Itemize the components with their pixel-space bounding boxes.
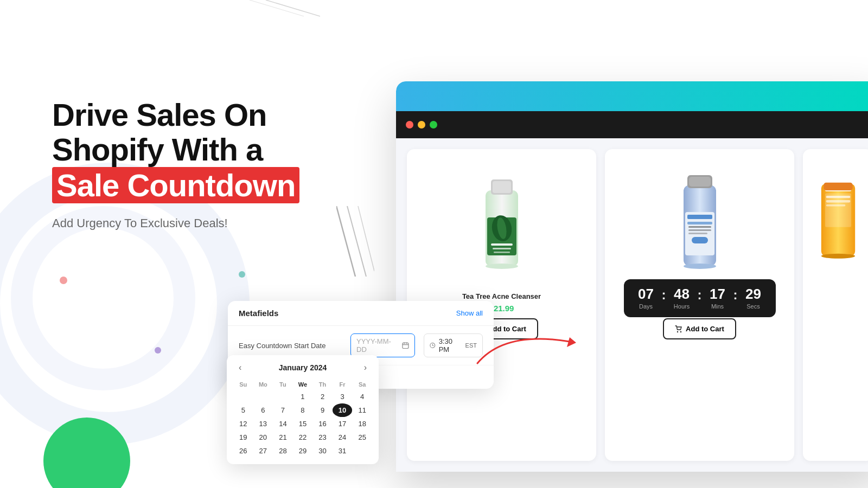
date-placeholder-text: YYYY-MM-DD [356,337,398,354]
cal-day-12[interactable]: 12 [233,417,253,431]
weekday-mo: Mo [253,379,273,390]
svg-rect-23 [687,215,712,219]
cal-day-empty [233,390,253,403]
weekday-fr: Fr [333,379,353,390]
countdown-hours: 48 Hours [671,287,693,310]
svg-rect-8 [493,181,511,193]
top-lines-decoration [233,0,320,33]
calendar-icon [402,342,409,349]
hero-section: Drive Sales On Shopify With a Sale Count… [52,98,361,230]
cal-day-23[interactable]: 23 [312,431,333,444]
cal-day-3[interactable]: 3 [333,390,353,403]
product-name-1: Tea Tree Acne Cleanser [462,292,541,300]
svg-line-1 [250,0,304,16]
svg-rect-36 [826,200,851,202]
svg-rect-21 [689,177,711,187]
add-to-cart-label-2: Add to Cart [686,325,724,333]
cal-day-18[interactable]: 18 [352,417,372,431]
svg-point-29 [684,264,716,269]
product-image-facial [665,163,735,282]
cal-day-6[interactable]: 6 [253,403,273,417]
cal-day-30[interactable]: 30 [312,444,333,458]
cal-day-28[interactable]: 28 [273,444,293,458]
product-img-area-1 [416,158,588,288]
weekday-we: We [293,379,313,390]
hero-subtitle: Add Urgency To Exclusive Deals! [52,216,361,230]
browser-mockup: Tea Tree Acne Cleanser $21.99 Add to Car… [396,81,868,472]
svg-rect-38 [824,183,852,190]
product-img-area-3 [812,158,865,277]
countdown-mins-value: 17 [710,287,725,301]
cal-day-16[interactable]: 16 [312,417,333,431]
countdown-secs: 29 Secs [742,287,765,310]
svg-point-39 [821,254,855,259]
svg-rect-34 [825,193,851,227]
hero-title: Drive Sales On Shopify With a Sale Count… [52,98,361,203]
countdown-hours-value: 48 [674,287,690,301]
countdown-days: 07 Days [635,287,658,310]
cal-day-2[interactable]: 2 [312,390,333,403]
cal-day-20[interactable]: 20 [253,431,273,444]
clock-icon [430,342,436,349]
countdown-hours-label: Hours [674,303,690,310]
timezone-text: EST [465,342,477,349]
svg-rect-35 [826,196,851,198]
svg-rect-37 [826,204,846,207]
cal-day-14[interactable]: 14 [273,417,293,431]
countdown-colon-2: : [698,287,702,303]
countdown-mins: 17 Mins [706,287,729,310]
cal-day-10-today[interactable]: 10 [333,403,353,417]
metafields-date-input[interactable]: YYYY-MM-DD [350,333,415,357]
cal-day-24[interactable]: 24 [333,431,353,444]
cal-day-25[interactable]: 25 [352,431,372,444]
browser-dot-red [406,121,413,129]
svg-rect-24 [687,222,712,224]
svg-rect-13 [493,248,511,249]
svg-rect-25 [688,226,711,228]
cal-day-17[interactable]: 17 [333,417,353,431]
bg-circle-inner [11,206,195,390]
calendar-month-title: January 2024 [279,363,327,372]
bg-dot-purple [155,347,161,354]
hero-line1: Drive Sales On [52,97,266,132]
browser-dot-green [430,121,437,129]
calendar-prev-btn[interactable]: ‹ [235,362,245,374]
cal-day-7[interactable]: 7 [273,403,293,417]
add-to-cart-btn-2[interactable]: Add to Cart [663,318,736,339]
calendar-next-btn[interactable]: › [361,362,370,374]
product-card-3-partial [803,149,868,461]
product-image-sunscreen [812,163,865,272]
cal-day-9[interactable]: 9 [312,403,333,417]
cal-day-13[interactable]: 13 [253,417,273,431]
countdown-colon-3: : [733,287,738,303]
countdown-secs-value: 29 [745,287,761,301]
metafields-time-input[interactable]: 3:30 PM EST [424,333,483,357]
cal-day-15[interactable]: 15 [293,417,313,431]
product-image-teatree [467,163,537,282]
cal-day-5[interactable]: 5 [233,403,253,417]
cal-day-31[interactable]: 31 [333,444,353,458]
cal-day-1[interactable]: 1 [293,390,313,403]
cal-day-27[interactable]: 27 [253,444,273,458]
cal-day-26[interactable]: 26 [233,444,253,458]
cal-day-19[interactable]: 19 [233,431,253,444]
time-value-text: 3:30 PM [439,337,462,354]
cal-day-22[interactable]: 22 [293,431,313,444]
countdown-days-value: 07 [638,287,654,301]
calendar-grid: Su Mo Tu We Th Fr Sa 1 2 3 4 5 6 [233,379,372,458]
browser-chrome [396,111,868,138]
bg-dot-teal [239,271,245,278]
countdown-secs-label: Secs [746,303,760,310]
product-img-area-2 [614,158,786,288]
weekday-su: Su [233,379,253,390]
cal-day-11[interactable]: 11 [352,403,372,417]
metafields-show-all[interactable]: Show all [456,309,483,317]
cal-day-4[interactable]: 4 [352,390,372,403]
svg-point-15 [486,264,518,269]
countdown-days-label: Days [639,303,653,310]
cal-day-21[interactable]: 21 [273,431,293,444]
svg-line-0 [266,0,320,16]
cal-day-29[interactable]: 29 [293,444,313,458]
weekday-tu: Tu [273,379,293,390]
cal-day-8[interactable]: 8 [293,403,313,417]
